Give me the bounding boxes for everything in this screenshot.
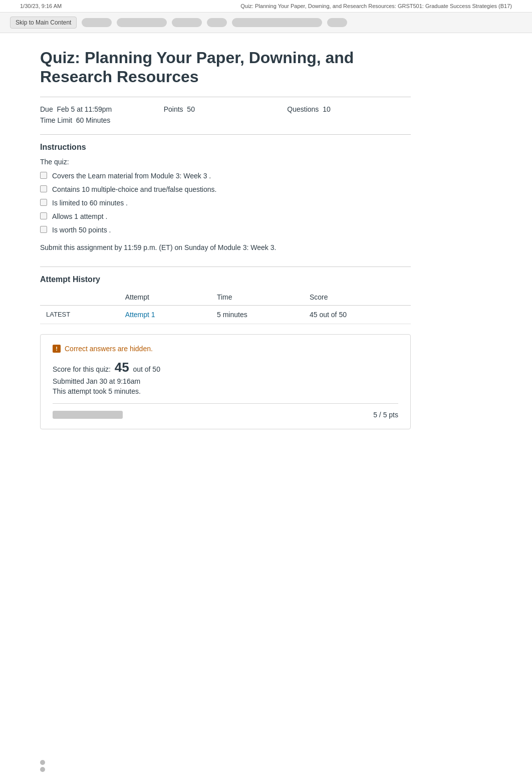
- score-line: Score for this quiz: 45 out of 50: [53, 360, 398, 375]
- correct-answers-hidden-text: Correct answers are hidden.: [65, 345, 153, 353]
- attempt-score-0: 45 out of 50: [304, 305, 411, 324]
- quiz-bullet-list: Covers the Learn material from Module 3:…: [40, 171, 411, 235]
- nav-item-3: [172, 18, 202, 27]
- nav-item-4: [207, 18, 227, 27]
- quiz-meta: Due Feb 5 at 11:59pm Points 50 Questions…: [40, 105, 411, 124]
- footer-dot-2: [40, 767, 45, 772]
- meta-divider: [40, 97, 411, 97]
- bullet-checkbox-3: [40, 212, 47, 219]
- warning-icon: !: [53, 345, 61, 353]
- section-divider-1: [40, 134, 411, 135]
- col-score: Score: [304, 289, 411, 306]
- score-section: ! Correct answers are hidden. Score for …: [40, 334, 411, 429]
- bullet-checkbox-0: [40, 172, 47, 179]
- questions-label: Questions: [287, 105, 319, 113]
- attempt-time-0: 5 minutes: [211, 305, 304, 324]
- attempt-status-0: LATEST: [40, 305, 119, 324]
- bullet-item-1: Contains 10 multiple-choice and true/fal…: [40, 184, 411, 195]
- correct-answers-hidden-notice: ! Correct answers are hidden.: [53, 345, 398, 353]
- time-limit-label: Time Limit: [40, 116, 72, 124]
- bullet-item-2: Is limited to 60 minutes .: [40, 198, 411, 208]
- attempt-row-0: LATESTAttempt 15 minutes45 out of 50: [40, 305, 411, 324]
- question-blurred-content: [53, 411, 123, 419]
- due-meta: Due Feb 5 at 11:59pm: [40, 105, 164, 113]
- question-pts: 5 / 5 pts: [373, 411, 398, 419]
- timestamp: 1/30/23, 9:16 AM: [20, 3, 62, 9]
- bullet-text-2: Is limited to 60 minutes .: [52, 198, 128, 208]
- attempt-history-heading: Attempt History: [40, 275, 411, 284]
- due-label: Due: [40, 105, 53, 113]
- score-out-of: out of 50: [133, 365, 160, 373]
- bullet-checkbox-2: [40, 199, 47, 206]
- bullet-text-4: Is worth 50 points .: [52, 225, 111, 235]
- bullet-item-3: Allows 1 attempt .: [40, 211, 411, 222]
- due-value: Feb 5 at 11:59pm: [57, 105, 112, 113]
- nav-item-1: [82, 18, 112, 27]
- quiz-intro-text: The quiz:: [40, 158, 411, 166]
- points-label: Points: [164, 105, 183, 113]
- nav-bar: Skip to Main Content: [0, 13, 532, 33]
- attempt-history-table: Attempt Time Score LATESTAttempt 15 minu…: [40, 289, 411, 324]
- submit-note: Submit this assignment by 11:59 p.m. (ET…: [40, 243, 411, 251]
- attempt-link-cell-0: Attempt 1: [119, 305, 211, 324]
- col-attempt: Attempt: [119, 289, 211, 306]
- bullet-text-3: Allows 1 attempt .: [52, 211, 108, 222]
- attempt-table-header-row: Attempt Time Score: [40, 289, 411, 306]
- quiz-title: Quiz: Planning Your Paper, Downing, and …: [40, 48, 411, 87]
- submitted-line: Submitted Jan 30 at 9:16am: [53, 377, 398, 385]
- bullet-item-0: Covers the Learn material from Module 3:…: [40, 171, 411, 181]
- footer-dot-1: [40, 760, 45, 765]
- question-row: 5 / 5 pts: [53, 403, 398, 419]
- section-divider-2: [40, 267, 411, 267]
- bullet-checkbox-4: [40, 226, 47, 233]
- nav-item-2: [117, 18, 167, 27]
- bullet-text-0: Covers the Learn material from Module 3:…: [52, 171, 211, 181]
- bullet-text-1: Contains 10 multiple-choice and true/fal…: [52, 184, 216, 195]
- bullet-item-4: Is worth 50 points .: [40, 225, 411, 235]
- footer-dots: [40, 760, 45, 772]
- questions-meta: Questions 10: [287, 105, 411, 113]
- col-status: [40, 289, 119, 306]
- top-bar: 1/30/23, 9:16 AM Quiz: Planning Your Pap…: [0, 0, 532, 13]
- instructions-heading: Instructions: [40, 143, 411, 152]
- points-value: 50: [187, 105, 195, 113]
- time-limit-meta: Time Limit 60 Minutes: [40, 116, 164, 124]
- bullet-checkbox-1: [40, 185, 47, 192]
- page-title-topbar: Quiz: Planning Your Paper, Downing, and …: [240, 3, 512, 9]
- score-label: Score for this quiz:: [53, 365, 111, 373]
- col-time: Time: [211, 289, 304, 306]
- nav-item-5: [232, 18, 322, 27]
- points-meta: Points 50: [164, 105, 288, 113]
- time-limit-value: 60 Minutes: [76, 116, 110, 124]
- questions-value: 10: [323, 105, 331, 113]
- attempt-link-0[interactable]: Attempt 1: [125, 311, 155, 319]
- main-content: Quiz: Planning Your Paper, Downing, and …: [0, 33, 451, 459]
- nav-item-6: [327, 18, 347, 27]
- score-number: 45: [115, 360, 129, 375]
- skip-to-main-content-link[interactable]: Skip to Main Content: [10, 17, 77, 29]
- attempt-took-line: This attempt took 5 minutes.: [53, 387, 398, 395]
